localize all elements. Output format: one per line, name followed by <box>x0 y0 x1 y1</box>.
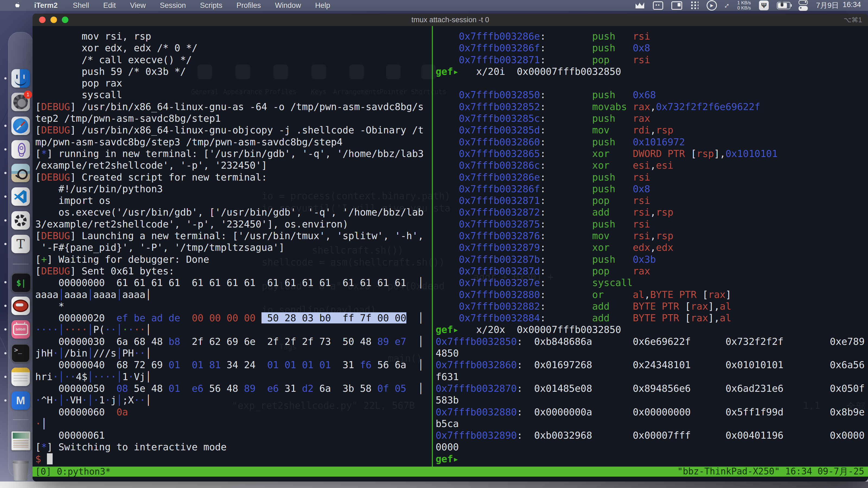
tmux-right-pane[interactable]: 0x7fffb003286e: push rsi 0x7fffb003286f:… <box>433 26 868 466</box>
menu-clock[interactable]: 7月9日 16:34 <box>816 1 861 10</box>
terminal-line: 0x7fffb003286f: push 0x8 <box>436 42 868 54</box>
dock-item-terminal[interactable]: >_ <box>11 344 30 362</box>
finder-icon <box>11 69 30 88</box>
terminal-line: 0x7fffb0032860: 0x01697268 0x24348101 0x… <box>436 359 868 370</box>
menu-item-view[interactable]: View <box>123 1 153 9</box>
dock-item-chatgpt[interactable] <box>11 211 30 230</box>
tv-icon[interactable] <box>653 1 663 10</box>
running-indicator-dot <box>4 376 6 378</box>
terminal-icon: >_ <box>11 344 30 362</box>
dock-item-red-goggles-app[interactable] <box>11 297 30 315</box>
window-titlebar[interactable]: tmux attach-session -t 0 ⌥⌘1 <box>33 13 868 26</box>
dock-item-document[interactable] <box>11 431 30 450</box>
terminal-line: 0x7fffb003286c: xor esi,esi <box>436 159 868 171</box>
dock-divider <box>13 419 29 420</box>
typora-icon: T <box>11 235 30 253</box>
terminal-line: 0000 <box>436 441 868 453</box>
terminal-line: 0x7fffb003285c: push rax <box>436 112 868 124</box>
tmux-pane-divider[interactable] <box>432 26 433 466</box>
terminal-line: import os <box>35 195 435 206</box>
dock-item-bilibili[interactable]: bilibili <box>11 320 30 338</box>
dock-item-rocket-app[interactable] <box>11 140 30 159</box>
terminal-line: tep2 /tmp/pwn-asm-savdc8bg/step1 <box>35 112 435 124</box>
preview-icon <box>11 164 30 182</box>
terminal-line: jhH·│/bin│///s│PH··│ <box>35 347 435 359</box>
running-indicator-dot <box>4 172 6 174</box>
running-indicator-dot <box>4 281 6 283</box>
display-icon[interactable] <box>671 1 682 10</box>
terminal-line: gef▸ <box>436 453 868 465</box>
chatgpt-icon <box>11 211 30 230</box>
dock-divider <box>13 264 29 264</box>
menu-item-scripts[interactable]: Scripts <box>193 1 229 9</box>
terminal-line: '-F#{pane_pid}', '-P', '/tmp/tmpltzsagua… <box>35 241 435 253</box>
terminal-line: 0x7fffb003286f: push 0x8 <box>436 183 868 195</box>
menu-status-icons: ▶ ↕ 1 KB/s 0 KB/s Ψ 7月9日 16:34 <box>635 0 868 11</box>
battery-icon[interactable] <box>777 2 790 9</box>
terminal-line: mp/pwn-asm-savdc8bg/step3 /tmp/pwn-asm-s… <box>35 136 435 148</box>
notes-icon <box>11 368 30 386</box>
menu-item-iterm2[interactable]: iTerm2 <box>27 1 66 9</box>
dock-item-notes[interactable] <box>11 368 30 386</box>
dock-item-safari[interactable] <box>11 117 30 135</box>
terminal-line: $ <box>35 453 435 465</box>
menu-date: 7月9日 <box>816 1 839 10</box>
dock-item-finder[interactable] <box>11 69 30 88</box>
apple-logo-icon[interactable] <box>8 2 27 9</box>
control-center-icon[interactable] <box>799 0 808 11</box>
dock-item-iterm2[interactable]: $| <box>11 273 30 291</box>
dock-item-typora[interactable]: T <box>11 235 30 253</box>
menu-item-shell[interactable]: Shell <box>66 1 96 9</box>
terminal-line: gef▸ x/20i 0x00007fffb0032850 <box>436 66 868 77</box>
menu-item-window[interactable]: Window <box>268 1 308 9</box>
terminal-line: 0x7fffb003287b: push 0x3b <box>436 254 868 265</box>
terminal-line: ·│ <box>35 418 435 429</box>
input-source-icon[interactable]: Ψ <box>759 1 769 10</box>
menu-item-edit[interactable]: Edit <box>96 1 123 9</box>
dock-item-preview[interactable] <box>11 164 30 182</box>
terminal-line: 0x7fffb0032860: push 0x1016972 <box>436 136 868 148</box>
terminal-line: 0x7fffb0032880: or al,BYTE PTR [rax] <box>436 289 868 300</box>
terminal-line: gef▸ x/20x 0x00007fffb0032850 <box>436 324 868 335</box>
running-indicator-dot <box>4 305 6 307</box>
terminal-line: [DEBUG] Sent 0x61 bytes: <box>35 265 435 277</box>
dock-item-trash[interactable] <box>11 461 30 479</box>
iterm2-icon: $| <box>11 273 31 293</box>
desktop-wallpaper-bottom <box>0 482 868 488</box>
menu-item-help[interactable]: Help <box>308 1 337 9</box>
terminal-line: * <box>35 300 435 312</box>
terminal-line: f631 <box>436 371 868 383</box>
terminal-line: 0x7fffb003287e: syscall <box>436 277 868 289</box>
tmux-window-list[interactable]: [0] 0:python3* <box>33 466 111 477</box>
menu-item-profiles[interactable]: Profiles <box>229 1 268 9</box>
resize-arrows-icon[interactable]: ↕ <box>725 1 729 10</box>
window-title: tmux attach-session -t 0 <box>33 16 868 24</box>
red-goggles-app-icon <box>11 297 30 315</box>
dots-grid-icon[interactable] <box>690 1 699 10</box>
terminal-line: 3/example/ret2shellcode', '-p', '232450'… <box>35 218 435 230</box>
dock-item-blue-m-app[interactable]: M <box>11 391 30 410</box>
window-shortcut-badge: ⌥⌘1 <box>844 16 862 24</box>
terminal-line: 00000020 ef be ad de 00 00 00 00 50 28 0… <box>35 312 435 324</box>
terminal-line: pop rax <box>35 77 435 89</box>
rocket-app-icon <box>11 140 30 159</box>
dock-item-vscode[interactable] <box>11 187 30 206</box>
terminal-line: xor edx, edx /* 0 */ <box>35 42 435 54</box>
running-indicator-dot <box>4 219 6 222</box>
play-circle-icon[interactable]: ▶ <box>707 0 717 10</box>
menu-item-session[interactable]: Session <box>153 1 193 9</box>
terminal-line: [*] Switching to interactive mode <box>35 441 435 453</box>
running-indicator-dot <box>4 399 6 401</box>
dock: 1T$|bilibili>_M <box>8 32 33 478</box>
terminal-line: /* call execve() */ <box>35 54 435 66</box>
double-m-icon[interactable] <box>635 2 645 9</box>
terminal-line: #!/usr/bin/python3 <box>35 183 435 195</box>
network-speed[interactable]: 1 KB/s 0 KB/s <box>737 0 751 10</box>
dock-item-system-settings[interactable]: 1 <box>11 93 30 111</box>
running-indicator-dot <box>4 148 6 151</box>
bilibili-icon: bilibili <box>11 320 30 338</box>
tmux-left-pane[interactable]: mov rsi, rsp xor edx, edx /* 0 */ /* cal… <box>33 26 435 466</box>
terminal-line: 0x7fffb0032850: 0xb848686a 0x6e69622f 0x… <box>436 336 868 347</box>
terminal-line: 0x7fffb0032882: add BYTE PTR [rax],al <box>436 300 868 312</box>
terminal-line: 0x7fffb0032852: movabs rax,0x732f2f2f6e6… <box>436 101 868 112</box>
